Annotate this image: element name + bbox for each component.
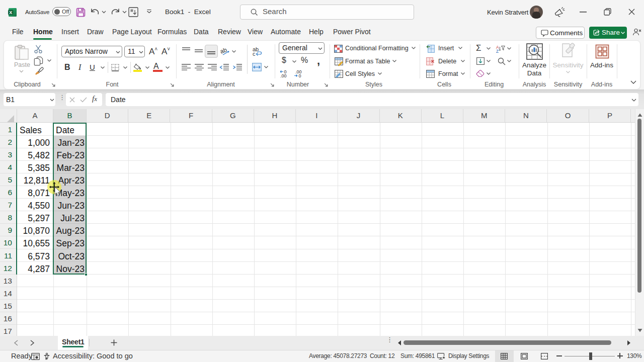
svg-text:ab: ab (219, 46, 228, 55)
svg-text:c: c (253, 51, 256, 57)
svg-text:0: 0 (299, 73, 301, 78)
svg-text:X: X (9, 10, 12, 15)
svg-text:Z: Z (496, 49, 499, 54)
svg-text:.00: .00 (280, 73, 287, 78)
